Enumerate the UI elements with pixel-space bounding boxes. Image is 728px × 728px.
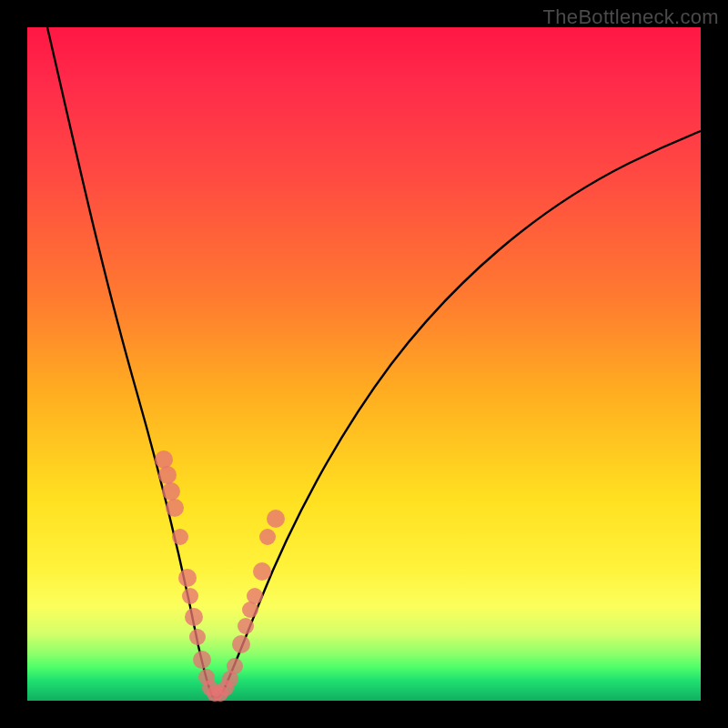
data-point bbox=[247, 588, 263, 604]
plot-area bbox=[27, 27, 701, 701]
chart-frame: TheBottleneck.com bbox=[0, 0, 728, 728]
data-point bbox=[158, 466, 177, 484]
data-point bbox=[232, 635, 250, 653]
data-point bbox=[166, 499, 184, 517]
data-point bbox=[162, 482, 180, 500]
watermark-text: TheBottleneck.com bbox=[543, 5, 719, 29]
data-point bbox=[172, 529, 188, 545]
data-point bbox=[267, 510, 285, 528]
data-point bbox=[259, 529, 276, 545]
data-point bbox=[178, 569, 197, 587]
data-point bbox=[185, 608, 203, 626]
data-point bbox=[227, 658, 243, 674]
data-point bbox=[253, 562, 271, 581]
data-point bbox=[182, 588, 198, 604]
data-point bbox=[155, 450, 173, 469]
data-point bbox=[189, 629, 206, 645]
data-point bbox=[238, 618, 254, 634]
scatter-points bbox=[155, 450, 285, 702]
data-point bbox=[193, 651, 211, 669]
bottleneck-curve bbox=[47, 27, 701, 698]
curve-layer bbox=[27, 27, 701, 701]
